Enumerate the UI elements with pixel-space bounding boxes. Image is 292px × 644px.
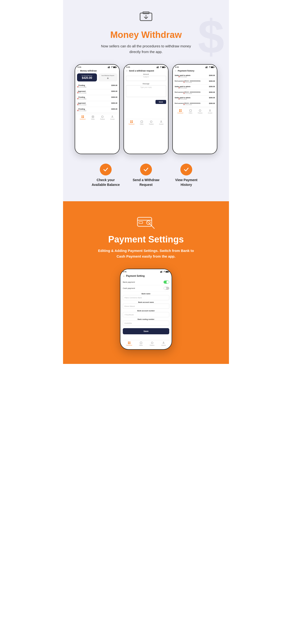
transaction-list: Pending📅 15-12-2020 $300.00 Approved📅 15… <box>77 83 117 113</box>
time-3: 9:41 <box>175 66 179 68</box>
payment-settings-subtitle: Editing & Adding Payment Settings. Switc… <box>96 248 196 259</box>
svg-rect-27 <box>165 67 166 68</box>
nav-dashboard-ps[interactable]: Dashboard <box>126 342 132 346</box>
phone-payment-settings: 9:41 ← Payment Setting Bank payment Cash… <box>120 269 172 350</box>
bank-payment-row: Bank payment <box>123 279 169 285</box>
svg-rect-31 <box>132 122 133 123</box>
screen-2: ← Send a withdraw request Amount Subject… <box>124 69 168 128</box>
svg-point-33 <box>150 121 152 123</box>
nav-account-2[interactable]: Account <box>159 120 163 125</box>
withdraw-icon <box>138 10 154 26</box>
svg-rect-15 <box>83 117 84 118</box>
amount-input[interactable]: Subject <box>126 76 166 81</box>
feature-label-2: Send a WithdrawRequest <box>133 178 159 187</box>
nav-products-ps[interactable]: Products <box>150 342 155 346</box>
nav-account-3[interactable]: Account <box>208 110 212 114</box>
status-bar-1: 9:41 <box>75 65 119 69</box>
svg-point-38 <box>209 68 209 68</box>
phone-1: 9:41 ← Money withdraw Pending Balance $4… <box>75 64 120 154</box>
bottom-nav-2: Dashboard Orders Products Account <box>126 119 166 126</box>
svg-point-19 <box>101 116 103 118</box>
status-bar-2: 9:41 <box>124 65 168 69</box>
nav-orders-2[interactable]: Orders <box>140 120 143 125</box>
svg-rect-12 <box>82 116 83 116</box>
bank-routing-input[interactable]: 01400554 <box>123 320 169 326</box>
bank-account-number-label: Bank account number <box>123 310 169 312</box>
status-icons-3 <box>205 66 214 68</box>
svg-point-8 <box>111 68 112 68</box>
phone-title-1: Money withdraw <box>80 70 97 72</box>
svg-rect-65 <box>129 343 130 344</box>
screen-1: ← Money withdraw Pending Balance $420.00… <box>75 69 119 123</box>
plus-icon: + <box>107 76 109 80</box>
svg-rect-56 <box>161 271 161 273</box>
phone-header-1: ← Money withdraw <box>77 69 117 74</box>
svg-rect-23 <box>158 66 159 68</box>
phones-row: 9:41 ← Money withdraw Pending Balance $4… <box>68 64 224 154</box>
bottom-nav-1: Dashboard Orders Products Account <box>77 114 117 121</box>
bank-name-input[interactable]: Plains Commerce Bank <box>123 295 169 300</box>
nav-orders-3[interactable]: Orders <box>189 110 192 114</box>
svg-point-47 <box>199 110 201 112</box>
list-item: Seller paid to admin📅 15-12-2020 $300.00 <box>175 74 215 79</box>
message-textarea[interactable]: Type your reply <box>126 85 166 97</box>
status-bar-ps: 9:41 <box>120 269 172 273</box>
balance-amount: $420.00 <box>79 76 95 80</box>
nav-dashboard-2[interactable]: Dashboard <box>129 120 134 125</box>
nav-orders-ps[interactable]: Orders <box>139 342 143 346</box>
withdraw-btn-box[interactable]: Send Withdraw Request + <box>98 74 117 82</box>
nav-dashboard-3[interactable]: Dashboard <box>177 110 183 114</box>
features-row: Check yourAvailable Balance Send a Withd… <box>68 164 224 187</box>
bank-account-name-input[interactable]: Elnora Waouk <box>123 304 169 309</box>
phone-title-3: Payment history <box>178 70 194 72</box>
nav-orders-1[interactable]: Orders <box>91 116 95 120</box>
svg-line-54 <box>147 222 149 224</box>
svg-rect-42 <box>179 110 180 110</box>
ps-title: Payment Setting <box>126 275 145 277</box>
svg-rect-7 <box>109 66 110 68</box>
send-button[interactable]: Send <box>155 100 166 104</box>
nav-products-3[interactable]: Products <box>198 110 203 114</box>
cash-payment-toggle[interactable] <box>164 287 169 290</box>
bank-payment-toggle[interactable] <box>164 280 169 284</box>
nav-dashboard-1[interactable]: Dashboard <box>80 116 86 120</box>
svg-rect-43 <box>181 110 182 110</box>
payment-settings-icon <box>137 213 155 230</box>
bank-routing-label: Bank routing number <box>123 318 169 320</box>
feature-label-3: View PaymentHistory <box>175 178 197 187</box>
svg-rect-21 <box>157 67 157 68</box>
nav-products-2[interactable]: Products <box>149 120 154 125</box>
cash-payment-row: Cash payment <box>123 285 169 292</box>
section-subtitle: Now sellers can do all the procedures to… <box>96 43 196 55</box>
svg-rect-45 <box>181 111 182 112</box>
section-payment: Payment Settings Editing & Adding Paymen… <box>63 201 229 364</box>
svg-rect-28 <box>130 120 131 122</box>
save-button[interactable]: Save <box>123 328 169 334</box>
svg-rect-13 <box>83 116 84 116</box>
status-bar-3: 9:41 <box>173 65 217 69</box>
check-icon-2 <box>140 164 152 176</box>
svg-rect-51 <box>139 222 143 224</box>
section-withdraw: Money Withdraw Now sellers can do all th… <box>63 0 229 201</box>
nav-account-1[interactable]: Account <box>110 116 115 120</box>
nav-products-1[interactable]: Products <box>100 116 105 120</box>
table-row: Pending📅 15-12-2020 $300.00 <box>77 95 117 101</box>
svg-rect-6 <box>109 66 109 68</box>
svg-rect-29 <box>132 120 133 122</box>
back-arrow-2: ← <box>126 70 128 72</box>
svg-rect-62 <box>128 342 129 342</box>
balance-box: Pending Balance $420.00 <box>77 74 97 82</box>
bank-account-number-input[interactable]: 7731259163 <box>123 312 169 317</box>
svg-rect-40 <box>211 67 213 68</box>
svg-rect-32 <box>141 121 143 123</box>
nav-account-ps[interactable]: Account <box>161 342 166 346</box>
svg-rect-30 <box>130 122 131 123</box>
list-item: Bank payment (TRX ID : 42424242424242)📅 … <box>175 79 215 84</box>
ps-screen: ← Payment Setting Bank payment Cash paym… <box>120 273 172 349</box>
phone-header-2: ← Send a withdraw request <box>126 69 166 74</box>
payment-settings-title: Payment Settings <box>68 234 224 244</box>
svg-point-68 <box>163 342 164 343</box>
time-1: 9:41 <box>78 66 81 68</box>
message-label: Massage <box>126 83 166 84</box>
bank-name-label: Bank name <box>123 293 169 294</box>
